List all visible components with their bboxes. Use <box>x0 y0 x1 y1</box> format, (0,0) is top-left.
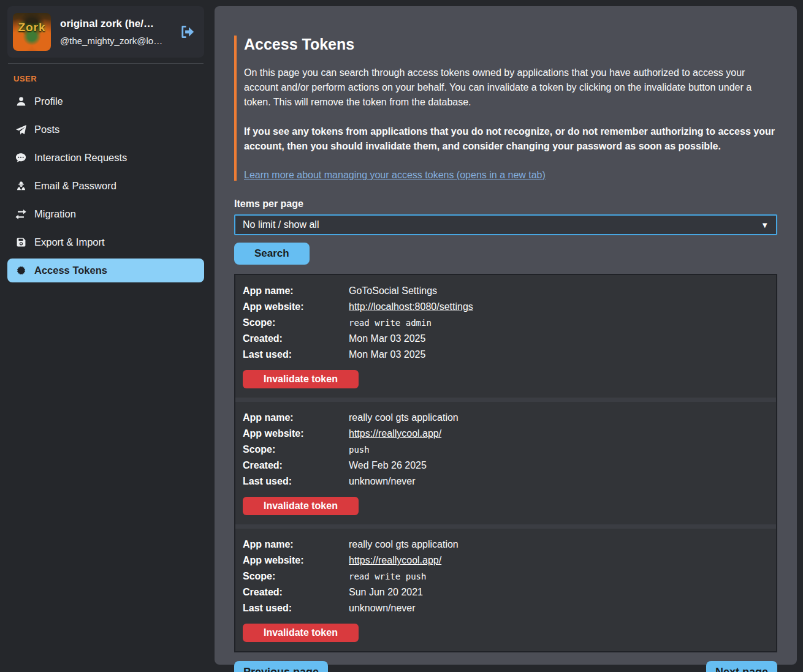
items-per-page-label: Items per page <box>234 198 777 210</box>
avatar-art-text: Zork <box>18 21 45 34</box>
last-used-value: unknown/never <box>349 474 416 489</box>
sidebar-item-export-import[interactable]: Export & Import <box>7 230 204 254</box>
created-value: Wed Feb 26 2025 <box>349 458 427 474</box>
created-value: Sun Jun 20 2021 <box>349 584 423 600</box>
app-name-value: really cool gts application <box>349 537 459 553</box>
app-website-label: App website: <box>243 553 349 568</box>
scope-value: read write push <box>349 568 426 584</box>
sidebar-item-label: Posts <box>34 124 59 135</box>
sidebar-item-profile[interactable]: Profile <box>7 89 204 113</box>
scope-label: Scope: <box>243 568 349 584</box>
paper-plane-icon <box>15 124 27 135</box>
invalidate-token-button[interactable]: Invalidate token <box>243 370 359 388</box>
search-button[interactable]: Search <box>234 243 310 265</box>
pagination: Previous page Next page <box>234 661 777 672</box>
floppy-disk-icon <box>15 237 27 247</box>
token-entry: App name:really cool gts application App… <box>235 529 776 651</box>
items-per-page-select[interactable]: No limit / show all ▼ <box>234 214 777 235</box>
app-website-link[interactable]: https://reallycool.app/ <box>349 426 441 442</box>
app-name-label: App name: <box>243 283 349 299</box>
app-name-value: GoToSocial Settings <box>349 283 437 299</box>
sidebar-item-email-password[interactable]: Email & Password <box>7 174 204 198</box>
app-website-link[interactable]: https://reallycool.app/ <box>349 553 441 568</box>
app-name-label: App name: <box>243 537 349 553</box>
scope-value: push <box>349 442 370 458</box>
chevron-down-icon: ▼ <box>761 221 769 230</box>
learn-more-link[interactable]: Learn more about managing your access to… <box>244 170 546 180</box>
token-list: App name:GoToSocial Settings App website… <box>234 274 777 652</box>
sidebar-section-label: USER <box>13 74 204 83</box>
user-secret-icon <box>15 181 27 191</box>
items-per-page-value: No limit / show all <box>243 219 319 230</box>
next-page-button[interactable]: Next page <box>706 661 777 672</box>
invalidate-token-button[interactable]: Invalidate token <box>243 497 359 515</box>
sidebar-item-posts[interactable]: Posts <box>7 118 204 142</box>
created-label: Created: <box>243 458 349 474</box>
warning-text: If you see any tokens from applications … <box>244 124 777 154</box>
token-entry: App name:really cool gts application App… <box>235 402 776 524</box>
user-card: Zork original zork (he/… @the_mighty_zor… <box>7 6 204 58</box>
sidebar-item-label: Migration <box>34 208 76 220</box>
scope-label: Scope: <box>243 442 349 458</box>
page-title: Access Tokens <box>244 36 777 53</box>
sidebar-item-interaction-requests[interactable]: Interaction Requests <box>7 146 204 170</box>
app-name-value: really cool gts application <box>349 410 459 426</box>
last-used-value: Mon Mar 03 2025 <box>349 347 425 363</box>
logout-icon[interactable] <box>180 24 196 40</box>
token-entry: App name:GoToSocial Settings App website… <box>235 275 776 398</box>
sidebar-item-label: Access Tokens <box>34 265 107 276</box>
created-label: Created: <box>243 584 349 600</box>
sidebar: Zork original zork (he/… @the_mighty_zor… <box>0 0 215 672</box>
scope-label: Scope: <box>243 315 349 331</box>
sidebar-item-label: Interaction Requests <box>34 152 127 164</box>
app-website-link[interactable]: http://localhost:8080/settings <box>349 299 473 315</box>
created-label: Created: <box>243 331 349 347</box>
app-name-label: App name: <box>243 410 349 426</box>
scope-value: read write admin <box>349 315 432 331</box>
sidebar-item-migration[interactable]: Migration <box>7 202 204 226</box>
intro-text: On this page you can search through acce… <box>244 66 777 110</box>
last-used-value: unknown/never <box>349 600 416 616</box>
last-used-label: Last used: <box>243 347 349 363</box>
app-website-label: App website: <box>243 299 349 315</box>
main-panel: Access Tokens On this page you can searc… <box>215 6 797 665</box>
user-icon <box>15 96 27 107</box>
comment-dots-icon <box>15 153 27 164</box>
user-display-name: original zork (he/… <box>60 18 170 30</box>
sidebar-item-access-tokens[interactable]: Access Tokens <box>7 259 204 282</box>
page-intro-section: Access Tokens On this page you can searc… <box>234 36 777 181</box>
invalidate-token-button[interactable]: Invalidate token <box>243 624 359 642</box>
created-value: Mon Mar 03 2025 <box>349 331 425 347</box>
exchange-arrows-icon <box>15 209 27 220</box>
app-website-label: App website: <box>243 426 349 442</box>
previous-page-button[interactable]: Previous page <box>234 661 328 672</box>
user-meta: original zork (he/… @the_mighty_zork@lo… <box>60 18 170 46</box>
sidebar-item-label: Export & Import <box>34 236 105 248</box>
sidebar-divider <box>8 63 204 64</box>
certificate-icon <box>15 265 27 276</box>
sidebar-nav: Profile Posts Interaction Requests <box>7 89 204 282</box>
user-handle: @the_mighty_zork@lo… <box>60 36 170 46</box>
last-used-label: Last used: <box>243 474 349 489</box>
avatar[interactable]: Zork <box>13 13 51 51</box>
sidebar-item-label: Profile <box>34 96 63 107</box>
last-used-label: Last used: <box>243 600 349 616</box>
sidebar-item-label: Email & Password <box>34 180 116 192</box>
